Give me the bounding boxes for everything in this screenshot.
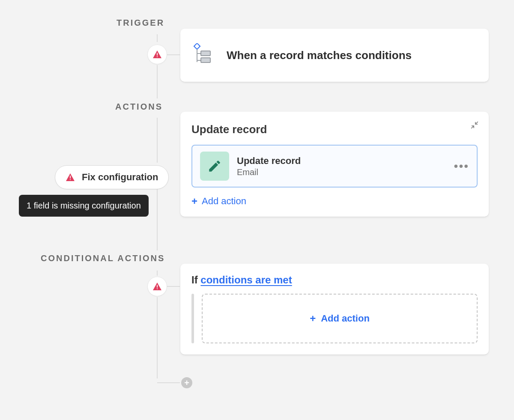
plus-icon: + [191,195,197,207]
add-action-button[interactable]: + Add action [191,195,478,207]
connector-tick [157,382,181,383]
connector-tick [167,54,180,55]
conditions-link[interactable]: conditions are met [200,274,292,286]
actions-card-title: Update record [191,123,478,136]
warning-badge-trigger[interactable] [147,45,167,64]
plus-icon: + [184,378,189,388]
svg-rect-11 [157,289,158,289]
action-row-update-record[interactable]: Update record Email ••• [191,145,478,188]
trigger-title: When a record matches conditions [227,49,412,62]
action-row-subtitle: Email [237,167,301,177]
pencil-icon [200,152,229,181]
drag-handle[interactable] [191,294,194,343]
conditional-title: If conditions are met [191,274,478,286]
trigger-card[interactable]: When a record matches conditions [180,29,489,82]
if-prefix: If [191,274,200,286]
conditional-add-action-button[interactable]: + Add action [202,294,478,343]
connector-line [157,34,158,42]
fix-configuration-tooltip: 1 field is missing configuration [19,195,149,217]
section-label-actions: ACTIONS [115,102,163,112]
svg-rect-7 [157,57,158,57]
connector-line [157,118,158,163]
warning-badge-conditional[interactable] [147,277,167,296]
svg-rect-10 [157,285,158,287]
svg-rect-6 [157,53,158,55]
section-label-conditional: CONDITIONAL ACTIONS [41,253,165,263]
plus-icon: + [310,313,316,325]
svg-rect-0 [194,43,200,49]
conditional-add-action-label: Add action [321,313,370,324]
svg-rect-9 [70,179,71,180]
connector-line [157,188,158,250]
collapse-icon[interactable] [470,120,479,131]
svg-rect-5 [201,58,210,63]
connector-tick [167,286,180,287]
add-action-label: Add action [202,196,246,207]
fix-configuration-label: Fix configuration [82,172,158,183]
more-icon[interactable]: ••• [454,160,469,172]
warning-icon [152,50,162,59]
action-row-title: Update record [237,155,301,167]
section-label-trigger: TRIGGER [117,18,164,28]
conditional-card: If conditions are met + Add action [180,264,489,354]
connector-line [157,271,158,276]
flow-icon [191,43,214,67]
connector-line [157,65,158,98]
connector-line [157,297,158,378]
warning-icon [66,173,75,182]
svg-rect-8 [70,176,71,178]
add-step-button[interactable]: + [180,376,194,390]
fix-configuration-button[interactable]: Fix configuration [55,165,169,189]
actions-card: Update record Update record Email ••• + … [180,112,489,217]
svg-rect-3 [201,51,210,56]
warning-icon [152,282,162,291]
